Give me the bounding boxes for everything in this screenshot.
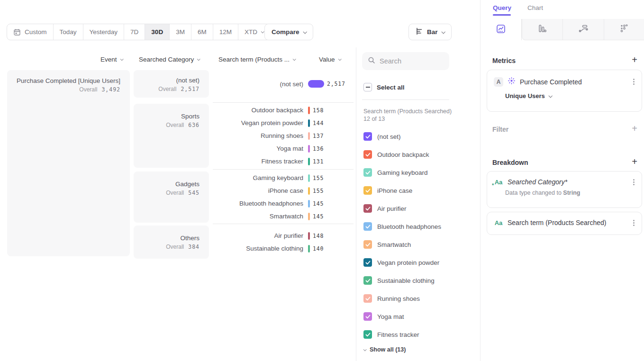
term-row[interactable]: Vegan protein powder144 (213, 117, 354, 129)
value-bar[interactable] (308, 145, 310, 153)
checkbox-checked[interactable] (363, 150, 372, 159)
add-breakdown-button[interactable] (631, 158, 638, 166)
series-badge: A (494, 77, 503, 87)
tab-flows[interactable] (563, 19, 604, 40)
value-bar[interactable] (308, 80, 324, 88)
divider (362, 99, 449, 100)
date-range-3m[interactable]: 3M (169, 24, 191, 40)
checkbox-checked[interactable] (363, 132, 372, 141)
kebab-menu-icon[interactable] (633, 220, 635, 226)
legend-item-label: Gaming keyboard (377, 169, 428, 176)
overall-label: Overall (79, 86, 97, 93)
active-tab-underline (493, 14, 511, 16)
checkbox-checked[interactable] (363, 168, 372, 177)
tab-retention[interactable] (604, 19, 644, 40)
checkbox-checked[interactable] (363, 222, 372, 231)
date-range-yesterday[interactable]: Yesterday (83, 24, 124, 40)
term-row[interactable]: (not set)2,517 (213, 78, 354, 90)
term-row[interactable]: Outdoor backpack158 (213, 104, 354, 117)
chevron-down-icon (303, 30, 307, 34)
legend-item[interactable]: Smartwatch (363, 235, 441, 253)
add-metric-button[interactable] (631, 56, 638, 64)
legend-item[interactable]: Gaming keyboard (363, 163, 441, 181)
column-header-category[interactable]: Searched Category (139, 56, 200, 63)
legend-item[interactable]: Running shoes (363, 289, 441, 307)
column-header-event[interactable]: Event (100, 56, 123, 63)
checkbox-checked[interactable] (363, 276, 372, 285)
term-row[interactable]: Yoga mat136 (213, 142, 354, 155)
search-box[interactable] (362, 52, 449, 70)
date-range-custom[interactable]: Custom (7, 24, 53, 40)
date-range-6m[interactable]: 6M (191, 24, 213, 40)
value-bar[interactable] (308, 187, 310, 195)
tab-chart[interactable]: Chart (527, 4, 543, 11)
term-row[interactable]: Bluetooth headphones145 (213, 197, 354, 210)
tab-insights[interactable] (481, 19, 522, 40)
checkbox-checked[interactable] (363, 330, 372, 339)
checkbox-checked[interactable] (363, 294, 372, 303)
term-row[interactable]: Fitness tracker131 (213, 155, 354, 168)
checkbox-indeterminate[interactable] (363, 83, 372, 91)
aggregation-selector[interactable]: Unique Users (505, 92, 642, 99)
term-row[interactable]: Smartwatch145 (213, 210, 354, 223)
select-all-row[interactable]: Select all (363, 83, 405, 91)
term-row[interactable]: iPhone case155 (213, 184, 354, 197)
legend-item[interactable]: Sustainable clothing (363, 271, 441, 289)
column-header-search-term[interactable]: Search term (Products ... (218, 56, 295, 63)
category-cell[interactable]: (not set)Overall2,517 (134, 70, 209, 98)
string-type-icon: Aa (494, 219, 503, 226)
category-cell[interactable]: GadgetsOverall545 (134, 171, 209, 223)
date-range-12m[interactable]: 12M (213, 24, 238, 40)
value-bar[interactable] (308, 158, 310, 165)
category-cell[interactable]: OthersOverall384 (134, 226, 209, 259)
value-bar[interactable] (308, 232, 310, 240)
value-bar[interactable] (308, 107, 310, 114)
term-row[interactable]: Gaming keyboard155 (213, 171, 354, 184)
value-bar[interactable] (308, 245, 310, 253)
legend-item[interactable]: iPhone case (363, 181, 441, 199)
checkbox-checked[interactable] (363, 186, 372, 195)
legend-item[interactable]: Air purifier (363, 199, 441, 217)
value-bar[interactable] (308, 213, 310, 220)
value-bar[interactable] (308, 119, 310, 127)
metrics-title: Metrics (492, 57, 516, 64)
term-row[interactable]: Running shoes137 (213, 129, 354, 142)
legend-item[interactable]: Outdoor backpack (363, 145, 441, 163)
tab-query[interactable]: Query (493, 4, 511, 11)
kebab-menu-icon[interactable] (633, 79, 635, 85)
add-filter-button[interactable] (631, 125, 638, 133)
term-value: 131 (313, 158, 324, 165)
compare-button[interactable]: Compare (264, 24, 313, 40)
legend-item[interactable]: (not set) (363, 127, 441, 145)
checkbox-checked[interactable] (363, 258, 372, 267)
date-range-7d[interactable]: 7D (124, 24, 145, 40)
checkbox-checked[interactable] (363, 240, 372, 249)
search-input[interactable] (380, 57, 441, 65)
legend-item[interactable]: Bluetooth headphones (363, 217, 441, 235)
show-all-button[interactable]: Show all (13) (363, 346, 406, 353)
value-bar[interactable] (308, 132, 310, 140)
checkbox-checked[interactable] (363, 312, 372, 321)
column-header-value[interactable]: Value (319, 56, 341, 63)
tab-funnels[interactable] (522, 19, 563, 40)
metric-card[interactable]: A Purchase Completed Unique Users (487, 70, 642, 112)
category-cell[interactable]: SportsOverall636 (134, 104, 209, 168)
legend-item[interactable]: Fitness tracker (363, 325, 441, 343)
date-range-today[interactable]: Today (53, 24, 83, 40)
show-all-label: Show all (13) (370, 346, 406, 353)
event-cell[interactable]: Purchase Completed [Unique Users] Overal… (7, 70, 130, 256)
term-row[interactable]: Sustainable clothing140 (213, 242, 354, 255)
breakdown-card[interactable]: Aa Searched Category* Data type changed … (487, 171, 642, 208)
value-bar[interactable] (308, 174, 310, 182)
legend-item[interactable]: Yoga mat (363, 307, 441, 325)
legend-item[interactable]: Vegan protein powder (363, 253, 441, 271)
term-row[interactable]: Air purifier148 (213, 229, 354, 242)
checkbox-checked[interactable] (363, 204, 372, 213)
breakdown-card[interactable]: Aa Search term (Products Searched) (487, 212, 642, 235)
chart-type-button[interactable]: Bar (408, 24, 452, 40)
flows-icon (578, 23, 589, 36)
breakdown-property-name: Search term (Products Searched) (508, 219, 629, 226)
kebab-menu-icon[interactable] (633, 179, 635, 185)
date-range-30d[interactable]: 30D (145, 24, 169, 40)
value-bar[interactable] (308, 200, 310, 208)
